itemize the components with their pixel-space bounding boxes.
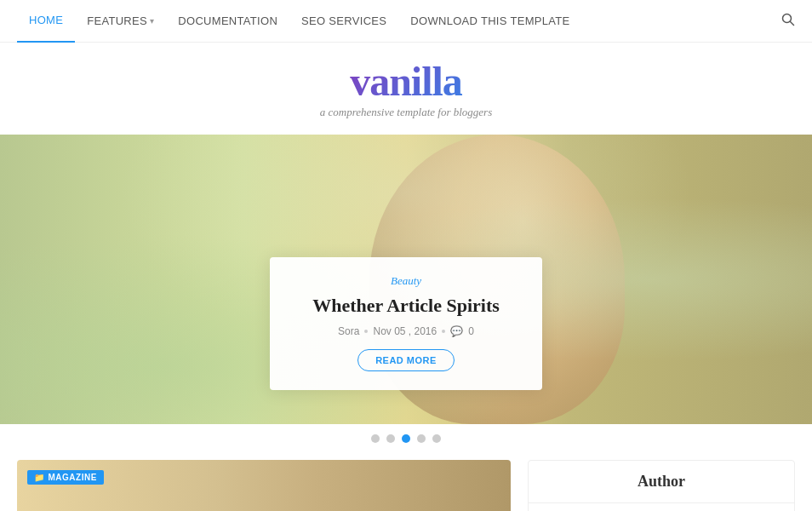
nav-features[interactable]: FEATURES ▾ [75,0,166,43]
hero-slider: Beauty Whether Article Spirits Sora Nov … [0,135,812,424]
slider-dot-5[interactable] [432,434,441,443]
nav-download-template[interactable]: DOWNLOAD THIS TEMPLATE [398,0,581,43]
meta-dot-2 [442,330,445,333]
hero-author: Sora [338,325,359,337]
features-dropdown-icon: ▾ [150,16,154,26]
hero-date: Nov 05 , 2016 [373,325,437,337]
hero-comments: 0 [468,325,474,337]
magazine-tag-icon: 📁 [34,473,45,482]
nav-items: HOME FEATURES ▾ DOCUMENTATION SEO SERVIC… [17,0,781,43]
magazine-tag: 📁 MAGAZINE [27,470,104,485]
bottom-section: 📁 MAGAZINE Author [0,451,812,511]
main-nav: HOME FEATURES ▾ DOCUMENTATION SEO SERVIC… [0,0,812,43]
slider-dot-4[interactable] [417,434,426,443]
read-more-button[interactable]: READ MORE [357,349,455,371]
hero-card: Beauty Whether Article Spirits Sora Nov … [270,257,542,390]
meta-dot-1 [364,330,368,333]
svg-line-1 [791,21,794,25]
site-header: vanilla a comprehensive template for blo… [0,43,812,135]
hero-title: Whether Article Spirits [304,295,508,317]
site-tagline: a comprehensive template for bloggers [17,106,795,119]
search-icon[interactable] [781,13,795,30]
slider-dots [0,424,812,451]
hero-meta: Sora Nov 05 , 2016 💬 0 [304,325,508,337]
slider-dot-2[interactable] [386,434,395,443]
magazine-card[interactable]: 📁 MAGAZINE [17,460,511,511]
nav-home[interactable]: HOME [17,0,75,43]
magazine-bg [17,460,511,511]
hero-comments-icon: 💬 [450,325,463,337]
hero-category: Beauty [304,274,508,288]
author-title: Author [529,461,794,503]
nav-documentation[interactable]: DOCUMENTATION [166,0,289,43]
slider-dot-1[interactable] [371,434,380,443]
author-sidebar: Author [528,460,795,511]
slider-dot-3[interactable] [402,434,410,443]
nav-seo-services[interactable]: SEO SERVICES [289,0,398,43]
site-logo[interactable]: vanilla [17,61,795,102]
